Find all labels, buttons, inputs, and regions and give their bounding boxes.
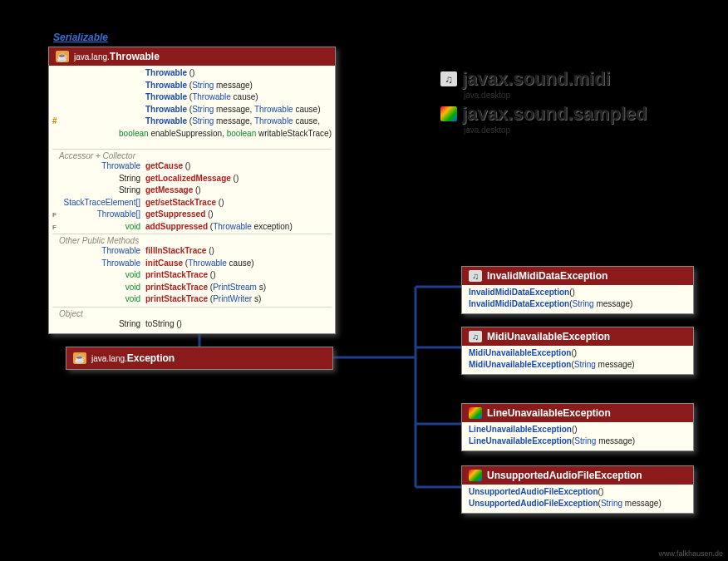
pkg-midi-name: javax.sound.midi xyxy=(462,68,611,90)
cup-icon: ☕ xyxy=(56,51,69,62)
throwable-pkg: java.lang. xyxy=(74,52,110,62)
invalid-midi-box: ♫ InvalidMidiDataException InvalidMidiDa… xyxy=(461,266,694,314)
midi-unavail-box: ♫ MidiUnavailableException MidiUnavailab… xyxy=(461,327,694,375)
exception-box: ☕ java.lang.Exception xyxy=(66,347,333,370)
pkg-sampled-name: javax.sound.sampled xyxy=(462,103,647,125)
midi-icon: ♫ xyxy=(469,270,482,282)
section-object: Object xyxy=(52,307,332,318)
pkg-midi-module: java.desktop xyxy=(464,91,510,100)
sampled-icon xyxy=(440,106,457,121)
midi-unavail-class: MidiUnavailableException xyxy=(487,331,610,342)
pkg-midi-title: ♫ javax.sound.midi java.desktop xyxy=(440,68,611,90)
serializable-label: Serializable xyxy=(53,32,108,43)
pkg-sampled-title: javax.sound.sampled java.desktop xyxy=(440,103,647,125)
unsupported-audio-class: UnsupportedAudioFileException xyxy=(487,470,642,481)
line-unavail-box: LineUnavailableException LineUnavailable… xyxy=(461,403,694,451)
invalid-midi-class: InvalidMidiDataException xyxy=(487,270,607,282)
section-other: Other Public Methods xyxy=(52,234,332,245)
line-unavail-header: LineUnavailableException xyxy=(462,404,693,422)
unsupported-audio-box: UnsupportedAudioFileException Unsupporte… xyxy=(461,465,694,514)
line-unavail-class: LineUnavailableException xyxy=(487,407,611,419)
pkg-sampled-module: java.desktop xyxy=(464,125,510,135)
throwable-body: Throwable () Throwable (String message) … xyxy=(49,66,335,333)
sampled-icon xyxy=(469,470,482,481)
midi-icon: ♫ xyxy=(469,331,482,342)
exception-header: ☕ java.lang.Exception xyxy=(66,347,332,369)
exception-pkg: java.lang. xyxy=(91,354,127,363)
watermark: www.falkhausen.de xyxy=(658,549,723,558)
throwable-header: ☕ java.lang.Throwable xyxy=(49,47,335,66)
throwable-box: ☕ java.lang.Throwable Throwable () Throw… xyxy=(48,47,336,334)
midi-unavail-header: ♫ MidiUnavailableException xyxy=(462,327,693,346)
invalid-midi-header: ♫ InvalidMidiDataException xyxy=(462,267,693,285)
section-accessor: Accessor + Collector xyxy=(52,149,332,160)
cup-icon: ☕ xyxy=(73,352,86,364)
exception-class: Exception xyxy=(127,352,175,364)
midi-icon: ♫ xyxy=(440,71,457,86)
throwable-class: Throwable xyxy=(110,51,160,62)
sampled-icon xyxy=(469,407,482,419)
unsupported-audio-header: UnsupportedAudioFileException xyxy=(462,466,693,485)
